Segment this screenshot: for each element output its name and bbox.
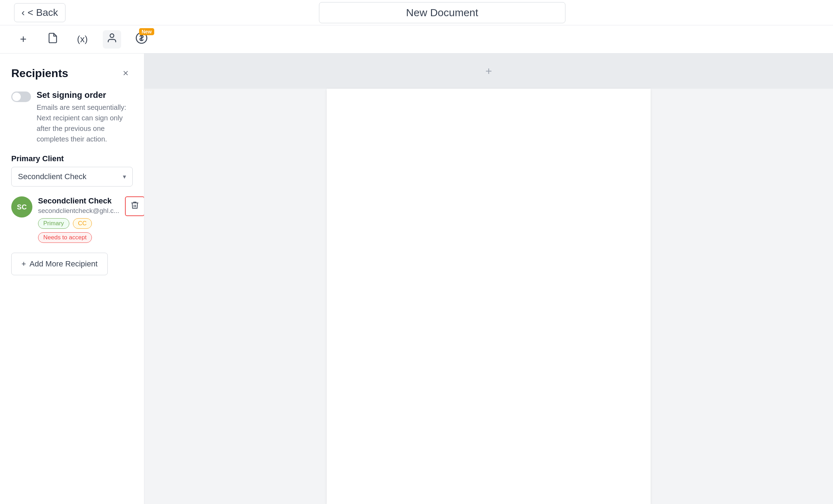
plus-icon: +	[486, 65, 492, 78]
back-button[interactable]: ‹ < Back	[14, 3, 65, 22]
back-icon: ‹	[21, 7, 25, 18]
person-icon	[106, 32, 118, 46]
tag-primary: Primary	[38, 218, 69, 229]
toggle-slider	[11, 92, 31, 102]
tag-cc: CC	[73, 218, 92, 229]
document-icon	[47, 32, 58, 46]
sidebar-header: Recipients ×	[11, 66, 133, 80]
main-layout: Recipients × Set signing order Emails ar…	[0, 53, 833, 504]
recipient-tags: Primary CC Needs to accept	[38, 218, 119, 243]
header-left: ‹ < Back	[14, 3, 65, 22]
add-page-button[interactable]: +	[480, 62, 498, 80]
chevron-down-icon: ▾	[123, 173, 126, 181]
svg-point-0	[110, 34, 114, 38]
document-title-input[interactable]	[319, 2, 565, 23]
signing-order-description: Emails are sent sequentially: Next recip…	[37, 102, 133, 144]
header: ‹ < Back	[0, 0, 833, 25]
primary-client-label: Primary Client	[11, 154, 133, 163]
signing-order-text: Set signing order Emails are sent sequen…	[37, 90, 133, 144]
canvas-toolbar: +	[144, 53, 833, 89]
close-icon: ×	[123, 68, 129, 79]
variable-icon: (x)	[77, 34, 88, 45]
primary-client-section: Primary Client Secondclient Check ▾	[11, 154, 133, 187]
delete-recipient-button[interactable]	[125, 196, 144, 216]
recipient-card: SC Secondclient Check secondclientcheck@…	[11, 196, 133, 243]
add-icon: +	[20, 33, 27, 46]
document-page	[327, 89, 651, 504]
signing-order-toggle[interactable]	[11, 92, 31, 102]
header-center	[65, 2, 819, 23]
avatar: SC	[11, 196, 32, 218]
variable-button[interactable]: (x)	[73, 30, 92, 49]
payment-button[interactable]: New	[132, 30, 151, 49]
sidebar: Recipients × Set signing order Emails ar…	[0, 53, 144, 504]
add-recipient-button[interactable]: + Add More Recipient	[11, 253, 108, 275]
document-button[interactable]	[44, 30, 62, 49]
toolbar: + (x) New	[0, 25, 833, 53]
signing-order-label: Set signing order	[37, 90, 133, 100]
recipient-name: Secondclient Check	[38, 196, 119, 206]
signing-order-section: Set signing order Emails are sent sequen…	[11, 90, 133, 144]
back-label: < Back	[27, 7, 58, 18]
recipient-info: Secondclient Check secondclientcheck@ghl…	[38, 196, 119, 243]
trash-icon	[130, 201, 139, 212]
recipient-email: secondclientcheck@ghl.c...	[38, 207, 119, 215]
add-recipient-label: Add More Recipient	[30, 259, 98, 269]
sidebar-title: Recipients	[11, 67, 68, 80]
add-button[interactable]: +	[14, 30, 32, 49]
recipient-button[interactable]	[103, 30, 121, 49]
add-icon: +	[21, 259, 26, 269]
canvas-area: +	[144, 53, 833, 504]
close-sidebar-button[interactable]: ×	[119, 66, 133, 80]
new-badge: New	[139, 28, 154, 35]
primary-client-value: Secondclient Check	[18, 172, 86, 181]
tag-needs-accept: Needs to accept	[38, 232, 92, 243]
primary-client-dropdown[interactable]: Secondclient Check ▾	[11, 167, 133, 187]
